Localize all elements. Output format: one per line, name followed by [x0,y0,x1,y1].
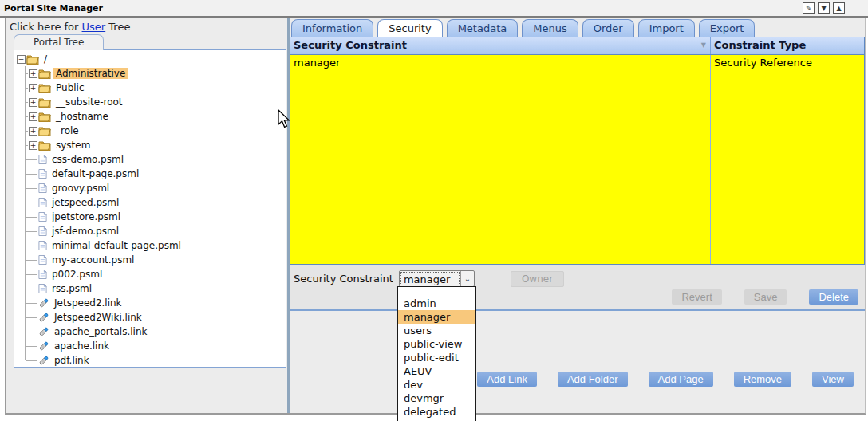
tree-connector [21,152,37,167]
expand-icon[interactable]: + [29,98,37,107]
link-icon [38,297,49,309]
remove-button[interactable]: Remove [734,372,791,387]
tree-item[interactable]: +Administrative [21,66,286,81]
pencil-icon[interactable]: ✎ [803,2,815,14]
expand-icon[interactable]: + [29,112,37,121]
tree-item-label: _role [53,125,81,136]
folder-icon [38,112,51,122]
tree-connector [21,353,37,368]
folder-icon [38,83,51,93]
constraint-dropdown-list: adminmanageruserspublic-viewpublic-editA… [397,286,476,421]
tree-connector [21,195,37,210]
expand-icon[interactable]: + [29,141,37,150]
page-icon [38,269,47,280]
tree-item-label: Jetspeed2Wiki.link [52,312,144,323]
tree-item[interactable]: jpetstore.psml [21,210,286,224]
tree-item[interactable]: p002.psml [21,267,286,281]
tree-item[interactable]: apache.link [21,339,286,353]
tree-item[interactable]: minimal-default-page.psml [21,238,286,253]
dropdown-option[interactable]: public-edit [398,351,475,364]
select-current-value: manager [400,272,460,285]
tree-item-label: __subsite-root [53,96,125,108]
tab-portal-tree[interactable]: Portal Tree [14,34,104,50]
triangle-up-icon[interactable]: ▲ [833,2,845,14]
tab-order[interactable]: Order [582,19,634,37]
constraint-form-area: Security Constraint manager ⌄ Owner Reve… [290,265,865,311]
owner-button: Owner [511,271,564,287]
tree-item[interactable]: +Public [21,81,286,95]
folder-icon [38,126,51,136]
folder-icon [38,140,51,151]
tree-item-label: / [41,53,49,65]
detail-tabs: InformationSecurityMetadataMenusOrderImp… [290,19,865,37]
tree-item[interactable]: +system [21,138,286,152]
expand-icon[interactable]: + [29,84,37,92]
tree-item[interactable]: my-account.psml [21,253,286,267]
security-constraint-select[interactable]: manager ⌄ [399,270,475,287]
page-icon [38,154,47,165]
dropdown-option[interactable]: admin [398,297,475,310]
view-button[interactable]: View [812,372,854,387]
dropdown-option[interactable]: delegated [398,405,475,419]
add-folder-button[interactable]: Add Folder [558,372,628,387]
tree-item-label: apache.link [52,340,112,352]
tree-connector [21,339,37,353]
page-icon [38,226,47,237]
dropdown-option[interactable]: manager [398,310,475,324]
tree-item[interactable]: +_hostname [21,109,286,124]
column-header-constraint-type[interactable]: Constraint Type [711,37,864,54]
tree-item[interactable]: Jetspeed2Wiki.link [21,310,286,325]
expand-icon[interactable]: + [29,69,37,78]
dropdown-option[interactable]: AEUV [398,364,475,378]
tree-item[interactable]: +_role [21,124,286,138]
table-cell-constraint[interactable]: manager [290,55,711,264]
tree-item-label: jetspeed.psml [49,197,121,208]
dropdown-option[interactable]: public-view [398,337,475,351]
tree-connector [21,238,37,253]
tab-import[interactable]: Import [638,19,695,37]
link-icon [38,355,49,366]
tab-security[interactable]: Security [377,19,442,37]
tab-export[interactable]: Export [699,19,756,37]
user-tree-link[interactable]: User [82,21,106,33]
chevron-down-icon[interactable]: ⌄ [460,271,474,286]
add-link-button[interactable]: Add Link [477,372,537,387]
table-cell-type[interactable]: Security Reference [711,55,864,264]
add-page-button[interactable]: Add Page [649,372,713,387]
folder-icon [26,54,39,65]
portal-site-manager-window: Portal Site Manager ✎ ▼ ▲ Click here for… [0,0,868,421]
node-action-buttons: Add LinkAdd FolderAdd PageRemoveView [477,372,854,387]
tree-item[interactable]: +__subsite-root [21,95,286,109]
tree-item-label: jsf-demo.psml [49,226,121,237]
dropdown-option[interactable]: users [398,324,475,337]
tab-menus[interactable]: Menus [522,19,578,37]
tree-connector [21,138,29,152]
tree-item[interactable]: jetspeed.psml [21,195,286,210]
tab-metadata[interactable]: Metadata [447,19,519,37]
revert-button: Revert [672,289,721,305]
tree-item[interactable]: Jetspeed2.link [21,296,286,310]
tree-item[interactable]: css-demo.psml [21,152,286,167]
tree-item[interactable]: apache_portals.link [21,325,286,339]
tree-item[interactable]: pdf.link [21,353,286,368]
delete-button[interactable]: Delete [809,289,858,305]
tab-information[interactable]: Information [291,19,373,37]
tree-item[interactable]: rss.psml [21,281,286,296]
user-tree-text-before: Click here for [10,21,82,33]
dropdown-option[interactable]: devmgr [398,391,475,405]
expand-icon[interactable]: + [29,127,37,136]
tree-connector [21,325,37,339]
sort-descending-icon[interactable]: ▼ [701,41,706,49]
tree-item[interactable]: default-page.psml [21,167,286,181]
collapse-icon[interactable]: − [17,55,26,64]
triangle-down-icon[interactable]: ▼ [818,2,830,14]
tree-item[interactable]: −/ [17,52,286,66]
table-body: manager Security Reference [290,55,864,264]
tree-item[interactable]: jsf-demo.psml [21,224,286,238]
tree-item-label: groovy.psml [49,183,112,194]
portal-tree: −/+Administrative+Public+__subsite-root+… [14,49,286,368]
tree-item[interactable]: groovy.psml [21,181,286,195]
table-header-row: Security Constraint ▼ Constraint Type [290,37,864,55]
dropdown-option[interactable]: dev [398,378,475,391]
column-header-security-constraint[interactable]: Security Constraint ▼ [290,37,711,54]
